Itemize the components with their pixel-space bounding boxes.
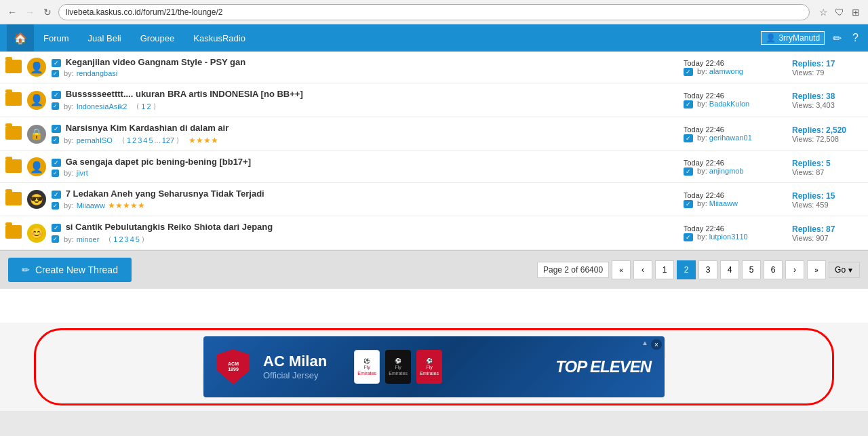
thread-page-link[interactable]: 3 <box>125 235 129 243</box>
first-page-button[interactable]: « <box>612 260 631 279</box>
page-3-button[interactable]: 3 <box>698 260 717 279</box>
replies-link[interactable]: Replies: 87 <box>792 224 835 234</box>
thread-page-link[interactable]: 3 <box>138 136 142 144</box>
title-cell: ✓ Bussssseetttt.... ukuran BRA artis IND… <box>49 83 678 117</box>
jersey-black: ⚽FlyEmirates <box>385 350 411 384</box>
thread-title-link[interactable]: Keganjilan video Gangnam Style - PSY gan <box>66 57 246 67</box>
last-post-cell: Today 22:46 ✓ by: BadakKulon <box>678 83 787 117</box>
author-link[interactable]: minoer <box>77 235 100 243</box>
thread-page-link[interactable]: 1 <box>141 102 145 111</box>
back-button[interactable]: ← <box>5 5 19 19</box>
views-text: Views: 459 <box>792 201 863 209</box>
thread-title-link[interactable]: Narsisnya Kim Kardashian di dalam air <box>66 123 229 133</box>
extensions-icon[interactable]: ⊞ <box>849 5 863 19</box>
main-container: 👤 ✓ Keganjilan video Gangnam Style - PSY… <box>0 52 868 323</box>
thread-page-link[interactable]: 5 <box>149 136 153 144</box>
last-author-link[interactable]: gerihawan01 <box>709 134 752 142</box>
folder-cell <box>0 216 24 250</box>
author-link[interactable]: IndonesiaAsik2 <box>77 102 127 111</box>
author-link[interactable]: pernahISO <box>77 136 113 144</box>
thread-pages: （1 2） <box>132 101 159 111</box>
last-author-link[interactable]: lutpion3110 <box>709 233 748 241</box>
last-author-link[interactable]: Miiaaww <box>709 199 738 207</box>
replies-link[interactable]: Replies: 2,520 <box>792 125 846 135</box>
replies-link[interactable]: Replies: 5 <box>792 159 831 168</box>
ad-close-button[interactable]: × <box>651 339 662 350</box>
views-text: Views: 3,403 <box>792 101 863 109</box>
views-text: Views: 79 <box>792 68 863 77</box>
replies-cell: Replies: 15 Views: 459 <box>787 183 868 216</box>
prev-page-button[interactable]: ‹ <box>633 260 652 279</box>
page-6-button[interactable]: 6 <box>764 260 783 279</box>
thread-page-link[interactable]: 127 <box>162 136 174 144</box>
ad-title: AC Milan <box>263 353 327 370</box>
last-post-author-row: ✓ by: BadakKulon <box>684 100 781 108</box>
verified-badge: ✓ <box>52 59 61 67</box>
replies-link[interactable]: Replies: 15 <box>792 191 835 201</box>
thread-page-link[interactable]: 2 <box>119 235 123 243</box>
last-post-avatar: ✓ <box>684 100 693 108</box>
browser-chrome: ← → ↻ ☆ 🛡 ⊞ <box>0 0 868 24</box>
last-post-avatar: ✓ <box>684 167 693 176</box>
edit-icon-btn[interactable]: ✏ <box>830 29 844 47</box>
thread-meta: ✓ by: jivrt <box>52 169 675 177</box>
last-post: Today 22:46 <box>684 59 781 67</box>
page-4-button[interactable]: 4 <box>720 260 739 279</box>
thread-page-link[interactable]: 1 <box>113 235 117 243</box>
thread-page-link[interactable]: 4 <box>143 136 147 144</box>
last-page-button[interactable]: » <box>807 260 826 279</box>
last-post-time: Today 22:46 <box>684 92 724 100</box>
author-link[interactable]: Miiaaww <box>77 201 105 210</box>
page-1-button[interactable]: 1 <box>655 260 674 279</box>
address-bar[interactable] <box>58 4 810 20</box>
next-page-button[interactable]: › <box>785 260 804 279</box>
last-author-link[interactable]: BadakKulon <box>709 100 749 108</box>
thread-title-link[interactable]: si Cantik Pebulutangkis Reiko Shiota dar… <box>66 222 273 232</box>
replies-link[interactable]: Replies: 17 <box>792 59 835 68</box>
last-author-link[interactable]: alamwong <box>709 67 743 75</box>
title-cell: ✓ Keganjilan video Gangnam Style - PSY g… <box>49 52 678 83</box>
author-link[interactable]: jivrt <box>77 169 88 177</box>
page-2-button[interactable]: 2 <box>677 260 696 279</box>
thread-meta: ✓ by: rendangbasi <box>52 69 675 77</box>
thread-title-link[interactable]: 7 Ledakan Aneh yang Seharusnya Tidak Ter… <box>66 189 264 199</box>
last-author-link[interactable]: anjingmob <box>709 167 744 175</box>
title-cell: ✓ si Cantik Pebulutangkis Reiko Shiota d… <box>49 216 678 250</box>
nav-kaskusradio[interactable]: KaskusRadio <box>184 24 255 52</box>
bookmark-icon[interactable]: ☆ <box>816 5 830 19</box>
avatar-cell: 👤 <box>24 151 49 183</box>
last-post-author-row: ✓ by: alamwong <box>684 67 781 76</box>
go-button[interactable]: Go ▼ <box>829 262 860 278</box>
author-link[interactable]: rendangbasi <box>77 69 118 77</box>
last-post: Today 22:46 <box>684 92 781 100</box>
create-thread-button[interactable]: ✏ Create New Thread <box>8 258 132 282</box>
reload-button[interactable]: ↻ <box>41 5 54 19</box>
home-button[interactable]: 🏠 <box>7 24 34 52</box>
nav-forum[interactable]: Forum <box>34 24 79 52</box>
replies-link[interactable]: Replies: 38 <box>792 92 835 101</box>
thread-page-link[interactable]: 5 <box>136 235 140 243</box>
title-cell: ✓ Narsisnya Kim Kardashian di dalam air … <box>49 117 678 151</box>
avatar-cell: 😎 <box>24 183 49 216</box>
ad-section: × ▲ ACM1899 AC Milan Official Jersey ⚽Fl… <box>0 323 868 411</box>
nav-right: 👤 3rryManutd ✏ ? <box>761 29 861 47</box>
help-icon-btn[interactable]: ? <box>850 29 861 47</box>
folder-icon <box>5 192 22 205</box>
nav-jualbeli[interactable]: Jual Beli <box>79 24 131 52</box>
last-post-time: Today 22:46 <box>684 224 724 233</box>
username[interactable]: 3rryManutd <box>778 33 820 43</box>
thread-stars: ★★★★ <box>189 136 218 145</box>
forward-button[interactable]: → <box>23 5 37 19</box>
page-5-button[interactable]: 5 <box>742 260 761 279</box>
ad-banner[interactable]: × ▲ ACM1899 AC Milan Official Jersey ⚽Fl… <box>203 336 665 397</box>
nav-groupee[interactable]: Groupee <box>131 24 184 52</box>
thread-title-link[interactable]: Ga sengaja dapet pic bening-bening [bb17… <box>66 157 251 167</box>
thread-page-link[interactable]: 4 <box>130 235 134 243</box>
thread-page-link[interactable]: 1 <box>127 136 131 144</box>
thread-page-link[interactable]: 2 <box>132 136 136 144</box>
thread-title-link[interactable]: Bussssseetttt.... ukuran BRA artis INDON… <box>66 89 303 99</box>
verified-badge: ✓ <box>52 159 61 167</box>
avatar-cell: 🔒 <box>24 117 49 151</box>
thread-page-link[interactable]: 2 <box>146 102 151 111</box>
kaspersky-icon[interactable]: 🛡 <box>833 5 846 19</box>
